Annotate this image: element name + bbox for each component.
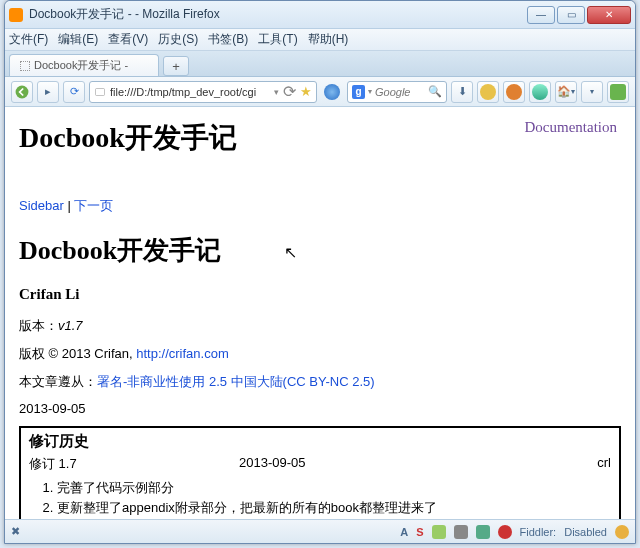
page-proxy-icon: [94, 86, 106, 98]
license-link[interactable]: 署名-非商业性使用 2.5 中国大陆(CC BY-NC 2.5): [97, 374, 375, 389]
menu-bookmarks[interactable]: 书签(B): [208, 31, 248, 48]
toolbar-button-1[interactable]: [321, 81, 343, 103]
back-button[interactable]: [11, 81, 33, 103]
tabstrip: Docbook开发手记 - +: [5, 51, 635, 77]
menu-view[interactable]: 查看(V): [108, 31, 148, 48]
yellow-icon: [480, 84, 496, 100]
next-page-link[interactable]: 下一页: [74, 198, 113, 213]
url-dropdown-icon[interactable]: ▾: [274, 87, 279, 97]
toolbar-button-5[interactable]: ▾: [581, 81, 603, 103]
menu-edit[interactable]: 编辑(E): [58, 31, 98, 48]
tab-label: Docbook开发手记 -: [34, 58, 128, 73]
revision-list: 完善了代码示例部分 更新整理了appendix附录部分，把最新的所有的book都…: [29, 479, 611, 519]
revision-history-box: 修订历史 修订 1.7 2013-09-05 crl 完善了代码示例部分 更新整…: [19, 426, 621, 519]
version-value: v1.7: [58, 318, 83, 333]
arrow-left-icon: [15, 85, 29, 99]
home-button[interactable]: 🏠▾: [555, 81, 577, 103]
date-line: 2013-09-05: [19, 401, 621, 416]
status-letter-s[interactable]: S: [416, 526, 423, 538]
page-icon: [20, 61, 30, 71]
search-go-icon[interactable]: 🔍: [428, 85, 442, 98]
status-icon-1[interactable]: ✖: [11, 525, 20, 538]
copyright-text: 版权 © 2013 Crifan,: [19, 346, 136, 361]
window-title: Docbook开发手记 - - Mozilla Firefox: [29, 6, 527, 23]
list-item: 更新整理了appendix附录部分，把最新的所有的book都整理进来了: [57, 499, 611, 517]
nav-separator: |: [64, 198, 75, 213]
author-name: Crifan Li: [19, 286, 621, 303]
sidebar-link[interactable]: Sidebar: [19, 198, 64, 213]
version-line: 版本：v1.7: [19, 317, 621, 335]
titlebar: Docbook开发手记 - - Mozilla Firefox — ▭ ✕: [5, 1, 635, 29]
maximize-button[interactable]: ▭: [557, 6, 585, 24]
tab-active[interactable]: Docbook开发手记 -: [9, 54, 159, 76]
svg-point-0: [16, 85, 29, 98]
url-box[interactable]: ▾ ⟳ ★: [89, 81, 317, 103]
status-icon-3[interactable]: [454, 525, 468, 539]
status-icon-2[interactable]: [432, 525, 446, 539]
reload-button[interactable]: ⟳: [63, 81, 85, 103]
license-prefix: 本文章遵从：: [19, 374, 97, 389]
toolbar-button-3[interactable]: [503, 81, 525, 103]
search-dropdown-icon[interactable]: ▾: [368, 87, 372, 96]
doc-nav: Sidebar | 下一页: [19, 197, 621, 215]
status-icon-6[interactable]: [615, 525, 629, 539]
orange-icon: [506, 84, 522, 100]
menu-tools[interactable]: 工具(T): [258, 31, 297, 48]
green-icon: [532, 84, 548, 100]
documentation-link[interactable]: Documentation: [525, 119, 617, 136]
toolbar-button-4[interactable]: [529, 81, 551, 103]
revision-heading: 修订历史: [29, 432, 611, 451]
navbar: ▸ ⟳ ▾ ⟳ ★ g ▾ 🔍 ⬇ 🏠▾ ▾: [5, 77, 635, 107]
new-tab-button[interactable]: +: [163, 56, 189, 76]
forward-button[interactable]: ▸: [37, 81, 59, 103]
version-label: 版本：: [19, 318, 58, 333]
downloads-button[interactable]: ⬇: [451, 81, 473, 103]
menubar: 文件(F) 编辑(E) 查看(V) 历史(S) 书签(B) 工具(T) 帮助(H…: [5, 29, 635, 51]
toolbar-button-2[interactable]: [477, 81, 499, 103]
license-line: 本文章遵从：署名-非商业性使用 2.5 中国大陆(CC BY-NC 2.5): [19, 373, 621, 391]
stop-reload-icon[interactable]: ⟳: [283, 82, 296, 101]
close-button[interactable]: ✕: [587, 6, 631, 24]
fiddler-value: Disabled: [564, 526, 607, 538]
copyright-line: 版权 © 2013 Crifan, http://crifan.com: [19, 345, 621, 363]
status-icon-4[interactable]: [476, 525, 490, 539]
menu-file[interactable]: 文件(F): [9, 31, 48, 48]
statusbar: ✖ A S Fiddler: Disabled: [5, 519, 635, 543]
list-item: 完善了代码示例部分: [57, 479, 611, 497]
status-icon-5[interactable]: [498, 525, 512, 539]
google-icon: g: [352, 85, 365, 99]
status-letter-a[interactable]: A: [400, 526, 408, 538]
revision-author: crl: [561, 455, 611, 473]
menu-history[interactable]: 历史(S): [158, 31, 198, 48]
url-input[interactable]: [110, 86, 270, 98]
toolbar-button-6[interactable]: [607, 81, 629, 103]
revision-row: 修订 1.7 2013-09-05 crl: [29, 455, 611, 473]
search-box[interactable]: g ▾ 🔍: [347, 81, 447, 103]
firefox-icon: [9, 8, 23, 22]
revision-date: 2013-09-05: [239, 455, 561, 473]
fiddler-label: Fiddler:: [520, 526, 557, 538]
search-input[interactable]: [375, 86, 425, 98]
minimize-button[interactable]: —: [527, 6, 555, 24]
green-square-icon: [610, 84, 626, 100]
svg-rect-1: [96, 88, 105, 95]
bookmark-star-icon[interactable]: ★: [300, 84, 312, 99]
revision-number: 修订 1.7: [29, 455, 239, 473]
blue-globe-icon: [324, 84, 340, 100]
doc-title: Docbook开发手记: [19, 233, 621, 268]
content-viewport: Documentation Docbook开发手记 ↖ Sidebar | 下一…: [5, 107, 635, 519]
author-site-link[interactable]: http://crifan.com: [136, 346, 228, 361]
menu-help[interactable]: 帮助(H): [308, 31, 349, 48]
